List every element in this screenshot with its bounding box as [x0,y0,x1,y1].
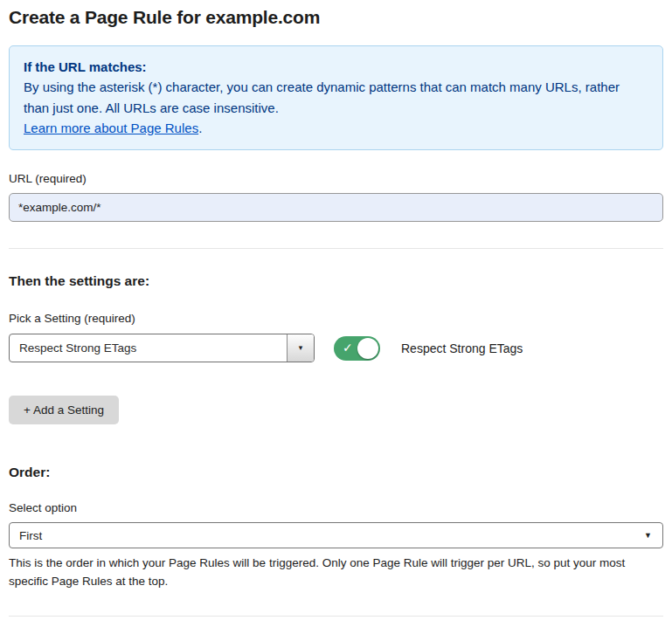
info-box-link-row: Learn more about Page Rules. [24,118,648,138]
info-box-body: By using the asterisk (*) character, you… [24,77,648,118]
select-option-label: Select option [9,501,663,514]
pick-setting-label: Pick a Setting (required) [9,312,663,325]
url-input[interactable] [9,193,663,222]
footer-actions: Cancel Save as Draft Save and Deploy Pag… [9,616,663,627]
setting-select[interactable]: Respect Strong ETags ▾ [9,334,315,362]
url-match-info-box: If the URL matches: By using the asteris… [9,45,663,150]
page-rule-form: Create a Page Rule for example.com If th… [9,7,663,627]
order-select-value: First [19,529,42,542]
order-select[interactable]: First ▼ [9,522,663,548]
chevron-down-icon: ▾ [299,344,303,352]
check-icon: ✓ [343,341,353,355]
info-box-heading: If the URL matches: [24,57,648,77]
respect-strong-etags-toggle[interactable]: ✓ [334,336,380,361]
setting-select-arrow-button[interactable]: ▾ [287,334,314,362]
add-setting-button[interactable]: + Add a Setting [9,396,119,424]
setting-select-value: Respect Strong ETags [10,341,136,355]
toggle-label: Respect Strong ETags [401,341,523,355]
learn-more-link[interactable]: Learn more about Page Rules [24,121,198,135]
settings-section-heading: Then the settings are: [9,273,663,289]
etags-toggle-group: ✓ Respect Strong ETags [334,336,523,361]
toggle-knob [357,338,378,359]
order-section-heading: Order: [9,465,663,480]
link-period: . [198,121,202,135]
setting-row: Respect Strong ETags ▾ ✓ Respect Strong … [9,334,663,362]
chevron-down-icon: ▼ [644,532,652,540]
url-label: URL (required) [9,172,663,185]
page-title: Create a Page Rule for example.com [9,7,663,28]
order-help-text: This is the order in which your Page Rul… [9,555,663,591]
divider [9,248,663,249]
